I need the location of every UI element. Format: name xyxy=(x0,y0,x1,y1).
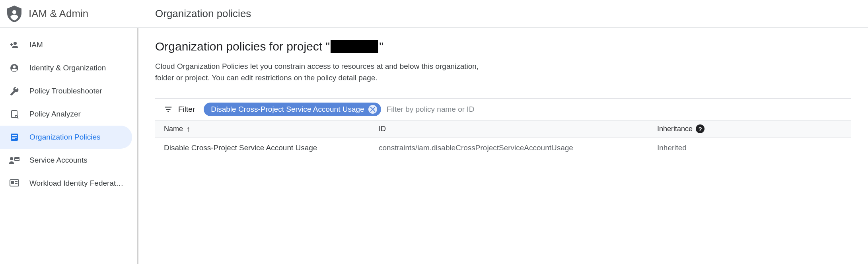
section-title: Organization policies for project " " xyxy=(155,40,851,53)
main-content: Organization policies for project " " Cl… xyxy=(138,28,868,264)
sidebar-item-iam[interactable]: IAM xyxy=(0,33,132,56)
column-header-inheritance[interactable]: Inheritance ? xyxy=(657,124,705,133)
filter-chip-text: Disable Cross-Project Service Account Us… xyxy=(211,105,364,114)
sidebar-item-label: IAM xyxy=(29,41,43,49)
top-bar: IAM & Admin Organization policies xyxy=(0,0,868,28)
svg-rect-11 xyxy=(11,181,14,183)
column-header-id[interactable]: ID xyxy=(379,125,657,133)
svg-point-1 xyxy=(14,42,17,45)
sidebar-item-workload-identity-federation[interactable]: Workload Identity Federat… xyxy=(0,172,132,195)
svg-rect-6 xyxy=(12,137,17,138)
table-row[interactable]: Disable Cross-Project Service Account Us… xyxy=(155,138,851,158)
page-title: Organization policies xyxy=(155,8,251,20)
table-header: Name ↑ ID Inheritance ? xyxy=(155,120,851,138)
sidebar-item-label: Identity & Organization xyxy=(29,64,106,72)
filter-icon xyxy=(164,105,173,114)
svg-point-3 xyxy=(15,115,18,118)
sidebar-item-label: Organization Policies xyxy=(29,133,100,142)
svg-rect-7 xyxy=(12,138,15,139)
column-header-name[interactable]: Name ↑ xyxy=(164,124,379,134)
card-icon xyxy=(9,179,20,187)
sidebar-item-service-accounts[interactable]: Service Accounts xyxy=(0,149,132,172)
product-title: IAM & Admin xyxy=(29,8,88,20)
svg-point-8 xyxy=(10,157,13,160)
sidebar-item-label: Policy Analyzer xyxy=(29,110,81,118)
policy-table: Filter Disable Cross-Project Service Acc… xyxy=(155,98,851,158)
cell-name: Disable Cross-Project Service Account Us… xyxy=(164,144,379,152)
svg-rect-5 xyxy=(12,135,17,136)
sidebar-item-policy-analyzer[interactable]: Policy Analyzer xyxy=(0,103,132,126)
sort-ascending-icon: ↑ xyxy=(186,124,190,134)
cell-id: constraints/iam.disableCrossProjectServi… xyxy=(379,144,657,152)
sidebar: IAM Identity & Organization Policy Troub… xyxy=(0,28,138,264)
sidebar-item-policy-troubleshooter[interactable]: Policy Troubleshooter xyxy=(0,80,132,103)
section-title-prefix: Organization policies for project " xyxy=(155,40,330,53)
filter-input[interactable] xyxy=(387,105,846,114)
cell-inheritance: Inherited xyxy=(657,144,687,152)
redacted-project-name xyxy=(331,40,378,53)
wrench-icon xyxy=(9,86,20,96)
top-bar-right: Organization policies xyxy=(138,0,868,27)
filter-chip[interactable]: Disable Cross-Project Service Account Us… xyxy=(204,103,381,116)
shield-user-icon xyxy=(7,6,21,22)
sidebar-item-label: Workload Identity Federat… xyxy=(29,179,123,188)
person-circle-icon xyxy=(9,63,20,73)
service-account-icon xyxy=(9,156,20,164)
filter-bar: Filter Disable Cross-Project Service Acc… xyxy=(155,99,851,120)
section-description: Cloud Organization Policies let you cons… xyxy=(155,60,481,84)
column-header-inheritance-text: Inheritance xyxy=(657,125,693,133)
list-box-icon xyxy=(9,132,20,142)
help-icon[interactable]: ? xyxy=(696,124,705,133)
column-header-id-text: ID xyxy=(379,125,386,133)
top-bar-left: IAM & Admin xyxy=(0,0,138,27)
sidebar-item-label: Service Accounts xyxy=(29,156,88,165)
close-icon[interactable] xyxy=(368,105,377,114)
column-header-name-text: Name xyxy=(164,125,183,133)
svg-point-0 xyxy=(12,10,16,14)
clipboard-search-icon xyxy=(9,109,20,119)
person-add-icon xyxy=(9,40,20,50)
sidebar-item-organization-policies[interactable]: Organization Policies xyxy=(0,126,132,149)
filter-label: Filter xyxy=(178,105,195,114)
sidebar-item-identity-org[interactable]: Identity & Organization xyxy=(0,56,132,80)
section-title-suffix: " xyxy=(379,40,383,53)
sidebar-item-label: Policy Troubleshooter xyxy=(29,87,102,95)
